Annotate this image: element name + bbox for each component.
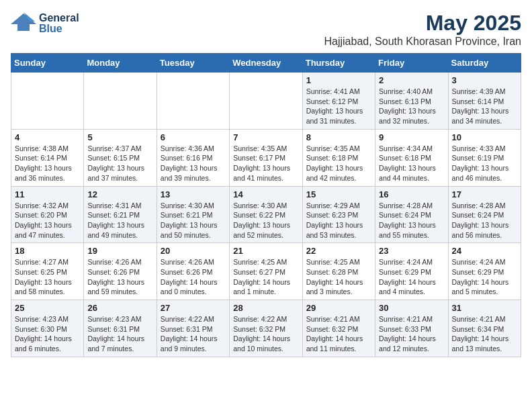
day-info: Sunrise: 4:30 AM Sunset: 6:21 PM Dayligh… [161, 201, 226, 240]
day-number: 1 [306, 75, 371, 85]
calendar-cell: 6Sunrise: 4:36 AM Sunset: 6:16 PM Daylig… [157, 129, 229, 186]
day-number: 10 [452, 132, 517, 142]
calendar-cell: 21Sunrise: 4:25 AM Sunset: 6:27 PM Dayli… [230, 243, 302, 300]
day-info: Sunrise: 4:24 AM Sunset: 6:29 PM Dayligh… [452, 257, 517, 297]
calendar-cell: 8Sunrise: 4:35 AM Sunset: 6:18 PM Daylig… [302, 129, 375, 186]
day-info: Sunrise: 4:25 AM Sunset: 6:28 PM Dayligh… [306, 257, 371, 297]
calendar-cell: 26Sunrise: 4:23 AM Sunset: 6:31 PM Dayli… [84, 300, 157, 357]
day-number: 8 [306, 132, 371, 142]
calendar-cell [157, 73, 229, 130]
page-header: General Blue May 2025 Hajjiabad, South K… [11, 11, 521, 48]
calendar-week-row: 25Sunrise: 4:23 AM Sunset: 6:30 PM Dayli… [11, 300, 521, 357]
day-info: Sunrise: 4:31 AM Sunset: 6:21 PM Dayligh… [87, 201, 152, 240]
calendar-cell: 19Sunrise: 4:26 AM Sunset: 6:26 PM Dayli… [84, 243, 157, 300]
svg-marker-0 [11, 13, 36, 31]
calendar-cell: 9Sunrise: 4:34 AM Sunset: 6:18 PM Daylig… [375, 129, 448, 186]
calendar-cell: 10Sunrise: 4:33 AM Sunset: 6:19 PM Dayli… [448, 129, 521, 186]
calendar-cell: 14Sunrise: 4:30 AM Sunset: 6:22 PM Dayli… [230, 186, 302, 243]
weekday-header-thursday: Thursday [302, 54, 375, 73]
calendar-cell: 1Sunrise: 4:41 AM Sunset: 6:12 PM Daylig… [302, 73, 375, 130]
calendar-week-row: 4Sunrise: 4:38 AM Sunset: 6:14 PM Daylig… [11, 129, 521, 186]
day-number: 25 [15, 303, 80, 313]
calendar-cell: 28Sunrise: 4:22 AM Sunset: 6:32 PM Dayli… [230, 300, 302, 357]
day-number: 30 [379, 303, 444, 313]
day-number: 3 [452, 75, 517, 85]
day-info: Sunrise: 4:28 AM Sunset: 6:24 PM Dayligh… [452, 201, 517, 240]
day-number: 18 [15, 246, 80, 256]
weekday-header-saturday: Saturday [448, 54, 521, 73]
day-number: 19 [87, 246, 152, 256]
logo: General Blue [11, 11, 79, 36]
calendar-cell: 29Sunrise: 4:21 AM Sunset: 6:32 PM Dayli… [302, 300, 375, 357]
calendar-title: May 2025 [324, 11, 521, 36]
day-info: Sunrise: 4:29 AM Sunset: 6:23 PM Dayligh… [306, 201, 371, 240]
calendar-cell: 20Sunrise: 4:26 AM Sunset: 6:26 PM Dayli… [157, 243, 229, 300]
day-info: Sunrise: 4:27 AM Sunset: 6:25 PM Dayligh… [15, 257, 80, 297]
title-section: May 2025 Hajjiabad, South Khorasan Provi… [324, 11, 521, 48]
calendar-cell [11, 73, 84, 130]
day-number: 15 [306, 189, 371, 199]
day-info: Sunrise: 4:28 AM Sunset: 6:24 PM Dayligh… [379, 201, 444, 240]
calendar-table: SundayMondayTuesdayWednesdayThursdayFrid… [11, 53, 521, 357]
calendar-cell [230, 73, 302, 130]
calendar-cell: 15Sunrise: 4:29 AM Sunset: 6:23 PM Dayli… [302, 186, 375, 243]
day-number: 11 [15, 189, 80, 199]
day-number: 2 [379, 75, 444, 85]
day-number: 23 [379, 246, 444, 256]
day-info: Sunrise: 4:25 AM Sunset: 6:27 PM Dayligh… [233, 257, 298, 297]
calendar-cell: 24Sunrise: 4:24 AM Sunset: 6:29 PM Dayli… [448, 243, 521, 300]
day-info: Sunrise: 4:24 AM Sunset: 6:29 PM Dayligh… [379, 257, 444, 297]
calendar-cell: 18Sunrise: 4:27 AM Sunset: 6:25 PM Dayli… [11, 243, 84, 300]
calendar-cell: 7Sunrise: 4:35 AM Sunset: 6:17 PM Daylig… [230, 129, 302, 186]
day-info: Sunrise: 4:36 AM Sunset: 6:16 PM Dayligh… [161, 144, 226, 183]
day-number: 31 [452, 303, 517, 313]
day-info: Sunrise: 4:26 AM Sunset: 6:26 PM Dayligh… [161, 257, 226, 297]
day-number: 22 [306, 246, 371, 256]
weekday-header-tuesday: Tuesday [157, 54, 229, 73]
calendar-week-row: 18Sunrise: 4:27 AM Sunset: 6:25 PM Dayli… [11, 243, 521, 300]
day-number: 24 [452, 246, 517, 256]
day-number: 5 [87, 132, 152, 142]
calendar-cell: 12Sunrise: 4:31 AM Sunset: 6:21 PM Dayli… [84, 186, 157, 243]
day-info: Sunrise: 4:40 AM Sunset: 6:13 PM Dayligh… [379, 87, 444, 126]
calendar-cell [84, 73, 157, 130]
day-number: 4 [15, 132, 80, 142]
calendar-week-row: 11Sunrise: 4:32 AM Sunset: 6:20 PM Dayli… [11, 186, 521, 243]
day-number: 16 [379, 189, 444, 199]
day-info: Sunrise: 4:30 AM Sunset: 6:22 PM Dayligh… [233, 201, 298, 240]
day-info: Sunrise: 4:32 AM Sunset: 6:20 PM Dayligh… [15, 201, 80, 240]
day-number: 14 [233, 189, 298, 199]
calendar-subtitle: Hajjiabad, South Khorasan Province, Iran [324, 36, 521, 48]
day-info: Sunrise: 4:35 AM Sunset: 6:17 PM Dayligh… [233, 144, 298, 183]
day-number: 21 [233, 246, 298, 256]
calendar-cell: 2Sunrise: 4:40 AM Sunset: 6:13 PM Daylig… [375, 73, 448, 130]
day-info: Sunrise: 4:26 AM Sunset: 6:26 PM Dayligh… [87, 257, 152, 297]
day-number: 26 [87, 303, 152, 313]
day-number: 28 [233, 303, 298, 313]
day-number: 17 [452, 189, 517, 199]
logo-text: General Blue [39, 13, 79, 34]
day-info: Sunrise: 4:37 AM Sunset: 6:15 PM Dayligh… [87, 144, 152, 183]
calendar-cell: 4Sunrise: 4:38 AM Sunset: 6:14 PM Daylig… [11, 129, 84, 186]
day-info: Sunrise: 4:38 AM Sunset: 6:14 PM Dayligh… [15, 144, 80, 183]
day-info: Sunrise: 4:33 AM Sunset: 6:19 PM Dayligh… [452, 144, 517, 183]
day-info: Sunrise: 4:34 AM Sunset: 6:18 PM Dayligh… [379, 144, 444, 183]
day-number: 20 [161, 246, 226, 256]
calendar-cell: 13Sunrise: 4:30 AM Sunset: 6:21 PM Dayli… [157, 186, 229, 243]
weekday-header-sunday: Sunday [11, 54, 84, 73]
day-number: 7 [233, 132, 298, 142]
weekday-header-friday: Friday [375, 54, 448, 73]
calendar-cell: 17Sunrise: 4:28 AM Sunset: 6:24 PM Dayli… [448, 186, 521, 243]
calendar-cell: 31Sunrise: 4:21 AM Sunset: 6:34 PM Dayli… [448, 300, 521, 357]
day-number: 9 [379, 132, 444, 142]
day-number: 6 [161, 132, 226, 142]
calendar-cell: 16Sunrise: 4:28 AM Sunset: 6:24 PM Dayli… [375, 186, 448, 243]
day-info: Sunrise: 4:39 AM Sunset: 6:14 PM Dayligh… [452, 87, 517, 126]
calendar-cell: 23Sunrise: 4:24 AM Sunset: 6:29 PM Dayli… [375, 243, 448, 300]
calendar-cell: 25Sunrise: 4:23 AM Sunset: 6:30 PM Dayli… [11, 300, 84, 357]
weekday-header-wednesday: Wednesday [230, 54, 302, 73]
day-info: Sunrise: 4:22 AM Sunset: 6:32 PM Dayligh… [233, 314, 298, 354]
day-info: Sunrise: 4:21 AM Sunset: 6:33 PM Dayligh… [379, 314, 444, 354]
day-info: Sunrise: 4:21 AM Sunset: 6:32 PM Dayligh… [306, 314, 371, 354]
day-info: Sunrise: 4:23 AM Sunset: 6:31 PM Dayligh… [87, 314, 152, 354]
